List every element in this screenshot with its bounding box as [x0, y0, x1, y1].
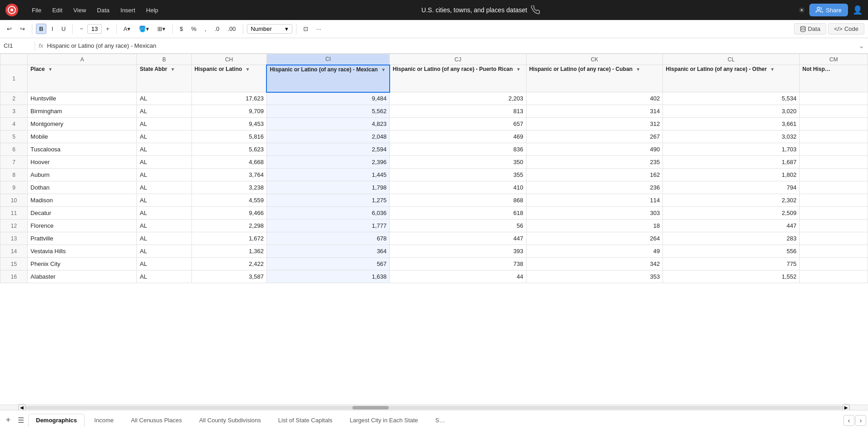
place-11[interactable]: Decatur — [28, 207, 137, 220]
tab-nav-prev[interactable]: ‹ — [843, 415, 854, 426]
col-header-cj[interactable]: CJ — [390, 54, 526, 65]
ch-13[interactable]: 1,672 — [191, 232, 266, 245]
ci-13[interactable]: 678 — [266, 232, 389, 245]
hscroll-thumb[interactable] — [352, 406, 389, 410]
place-9[interactable]: Dothan — [28, 181, 137, 194]
cm-7[interactable] — [799, 156, 868, 169]
cm-9[interactable] — [799, 181, 868, 194]
ci-4[interactable]: 4,823 — [266, 118, 389, 130]
cl-8[interactable]: 1,802 — [663, 169, 799, 181]
cl-4[interactable]: 3,661 — [663, 118, 799, 130]
cl-9[interactable]: 794 — [663, 181, 799, 194]
menu-insert[interactable]: Insert — [116, 5, 140, 15]
percent-button[interactable]: % — [188, 24, 200, 34]
cj-10[interactable]: 868 — [390, 194, 526, 207]
cj-14[interactable]: 393 — [390, 245, 526, 258]
cm-6[interactable] — [799, 143, 868, 156]
ck-9[interactable]: 236 — [526, 181, 662, 194]
state-2[interactable]: AL — [137, 92, 191, 105]
tab-income[interactable]: Income — [86, 414, 121, 427]
cm-16[interactable] — [799, 270, 868, 283]
place-12[interactable]: Florence — [28, 220, 137, 232]
cm-8[interactable] — [799, 169, 868, 181]
cj-2[interactable]: 2,203 — [390, 92, 526, 105]
underline-button[interactable]: U — [58, 24, 69, 34]
scroll-right-btn[interactable]: ▶ — [843, 404, 850, 410]
ci-7[interactable]: 2,396 — [266, 156, 389, 169]
cm-12[interactable] — [799, 220, 868, 232]
menu-view[interactable]: View — [69, 5, 90, 15]
decimal-decrease-button[interactable]: .0 — [211, 24, 223, 34]
cj-6[interactable]: 836 — [390, 143, 526, 156]
font-color-button[interactable]: A▾ — [120, 24, 134, 34]
user-icon[interactable]: 👤 — [853, 5, 863, 15]
ck-14[interactable]: 49 — [526, 245, 662, 258]
cm-3[interactable] — [799, 105, 868, 118]
bold-button[interactable]: B — [36, 24, 46, 34]
ck-15[interactable]: 342 — [526, 258, 662, 270]
fill-color-button[interactable]: 🪣▾ — [135, 24, 152, 34]
ck-12[interactable]: 18 — [526, 220, 662, 232]
app-logo[interactable] — [5, 4, 18, 16]
state-5[interactable]: AL — [137, 130, 191, 143]
add-sheet-button[interactable]: + — [2, 414, 15, 427]
place-15[interactable]: Phenix City — [28, 258, 137, 270]
number-format-dropdown[interactable]: Number ▾ — [247, 24, 292, 34]
formula-input[interactable] — [47, 42, 855, 49]
ci-15[interactable]: 567 — [266, 258, 389, 270]
col-header-ck[interactable]: CK — [526, 54, 662, 65]
comma-button[interactable]: , — [201, 24, 210, 34]
currency-button[interactable]: $ — [176, 24, 186, 34]
font-size-increase[interactable]: + — [103, 24, 113, 34]
cj-8[interactable]: 355 — [390, 169, 526, 181]
ck-16[interactable]: 353 — [526, 270, 662, 283]
state-14[interactable]: AL — [137, 245, 191, 258]
state-11[interactable]: AL — [137, 207, 191, 220]
menu-file[interactable]: File — [27, 5, 46, 15]
cj-15[interactable]: 738 — [390, 258, 526, 270]
place-13[interactable]: Prattville — [28, 232, 137, 245]
cm-4[interactable] — [799, 118, 868, 130]
formula-chevron-icon[interactable]: ⌄ — [858, 41, 864, 50]
code-button[interactable]: </> Code — [828, 23, 864, 35]
cj-13[interactable]: 447 — [390, 232, 526, 245]
merge-button[interactable]: ⊡ — [300, 24, 311, 34]
cl-14[interactable]: 556 — [663, 245, 799, 258]
share-button[interactable]: Share — [809, 4, 848, 16]
ck-13[interactable]: 264 — [526, 232, 662, 245]
col-header-ch[interactable]: CH — [191, 54, 266, 65]
cj-5[interactable]: 469 — [390, 130, 526, 143]
cl-2[interactable]: 5,534 — [663, 92, 799, 105]
ck-8[interactable]: 162 — [526, 169, 662, 181]
cj-12[interactable]: 56 — [390, 220, 526, 232]
ci-14[interactable]: 364 — [266, 245, 389, 258]
cm-13[interactable] — [799, 232, 868, 245]
state-6[interactable]: AL — [137, 143, 191, 156]
state-4[interactable]: AL — [137, 118, 191, 130]
menu-edit[interactable]: Edit — [48, 5, 67, 15]
cm-2[interactable] — [799, 92, 868, 105]
ci-9[interactable]: 1,798 — [266, 181, 389, 194]
tab-all-county-subdivisions[interactable]: All County Subdivisions — [191, 414, 269, 427]
col-header-a[interactable]: A — [28, 54, 137, 65]
ci-16[interactable]: 1,638 — [266, 270, 389, 283]
italic-button[interactable]: I — [48, 24, 56, 34]
ck-5[interactable]: 267 — [526, 130, 662, 143]
ci-3[interactable]: 5,562 — [266, 105, 389, 118]
ch-16[interactable]: 3,587 — [191, 270, 266, 283]
state-15[interactable]: AL — [137, 258, 191, 270]
place-14[interactable]: Vestavia Hills — [28, 245, 137, 258]
place-2[interactable]: Huntsville — [28, 92, 137, 105]
cj-3[interactable]: 813 — [390, 105, 526, 118]
cl-11[interactable]: 2,509 — [663, 207, 799, 220]
cj-4[interactable]: 657 — [390, 118, 526, 130]
place-6[interactable]: Tuscaloosa — [28, 143, 137, 156]
ci-2[interactable]: 9,484 — [266, 92, 389, 105]
ch-15[interactable]: 2,422 — [191, 258, 266, 270]
state-3[interactable]: AL — [137, 105, 191, 118]
col-header-ci[interactable]: CI — [266, 54, 389, 65]
scroll-left-btn[interactable]: ◀ — [18, 404, 25, 410]
cm-10[interactable] — [799, 194, 868, 207]
cm-14[interactable] — [799, 245, 868, 258]
place-4[interactable]: Montgomery — [28, 118, 137, 130]
